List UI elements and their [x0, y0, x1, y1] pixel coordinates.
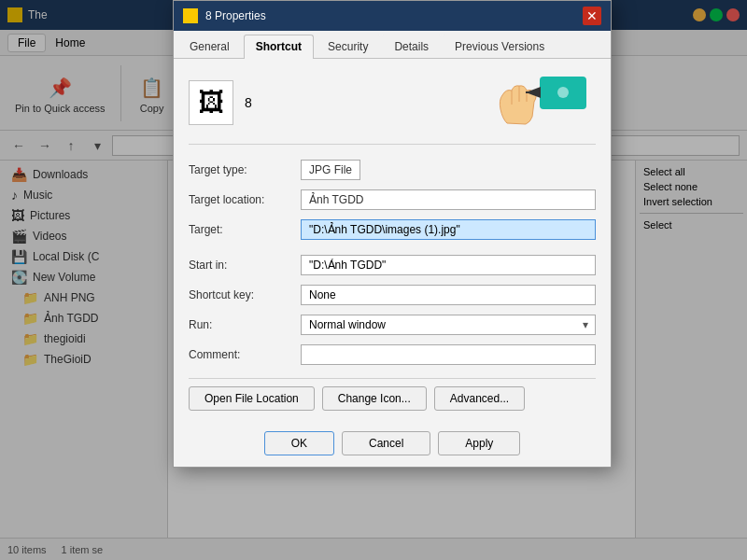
icon-name-row: 🖼 8 — [189, 72, 596, 145]
dialog-title: 8 Properties — [205, 9, 583, 22]
target-location-row: Target location: Ảnh TGDD — [189, 189, 596, 210]
tab-details[interactable]: Details — [382, 35, 441, 58]
hand-pointer-graphic — [493, 72, 596, 133]
tab-shortcut[interactable]: Shortcut — [244, 35, 314, 59]
target-location-value: Ảnh TGDD — [301, 189, 596, 210]
properties-dialog: 8 Properties ✕ General Shortcut Security… — [173, 0, 612, 468]
comment-row: Comment: — [189, 344, 596, 365]
dialog-action-buttons: Open File Location Change Icon... Advanc… — [189, 378, 596, 411]
apply-button[interactable]: Apply — [438, 431, 520, 455]
svg-rect-0 — [540, 77, 586, 109]
advanced-button[interactable]: Advanced... — [434, 386, 525, 411]
run-row: Run: Normal window Minimized Maximized — [189, 315, 596, 335]
run-select-wrapper: Normal window Minimized Maximized — [301, 315, 596, 335]
tab-general[interactable]: General — [177, 35, 242, 58]
ok-button[interactable]: OK — [264, 431, 334, 455]
target-label: Target: — [189, 223, 301, 236]
cancel-button[interactable]: Cancel — [342, 431, 430, 455]
target-row: Target: "D:\Ảnh TGDD\images (1).jpg" — [189, 219, 596, 240]
target-type-row: Target type: JPG File — [189, 160, 596, 180]
shortcut-key-row: Shortcut key: — [189, 285, 596, 305]
start-in-label: Start in: — [189, 259, 301, 272]
dialog-close-button[interactable]: ✕ — [583, 7, 601, 25]
dialog-content: 🖼 8 — [174, 59, 611, 424]
comment-label: Comment: — [189, 348, 301, 361]
change-icon-button[interactable]: Change Icon... — [322, 386, 427, 411]
file-name: 8 — [245, 95, 252, 110]
target-type-value: JPG File — [301, 160, 360, 180]
modal-overlay: 8 Properties ✕ General Shortcut Security… — [0, 0, 747, 560]
tab-security[interactable]: Security — [316, 35, 380, 58]
file-icon: 🖼 — [198, 87, 224, 118]
open-file-location-button[interactable]: Open File Location — [189, 386, 315, 411]
comment-input[interactable] — [301, 344, 596, 365]
target-type-label: Target type: — [189, 163, 301, 176]
target-location-label: Target location: — [189, 193, 301, 206]
dialog-tabs: General Shortcut Security Details Previo… — [174, 31, 611, 59]
start-in-input[interactable] — [301, 255, 596, 275]
svg-point-1 — [557, 87, 569, 98]
start-in-row: Start in: — [189, 255, 596, 275]
shortcut-key-input[interactable] — [301, 285, 596, 305]
run-label: Run: — [189, 318, 301, 331]
target-value[interactable]: "D:\Ảnh TGDD\images (1).jpg" — [301, 219, 596, 240]
shortcut-key-label: Shortcut key: — [189, 288, 301, 301]
hand-svg — [493, 72, 596, 133]
file-icon-box: 🖼 — [189, 80, 233, 125]
dialog-icon — [183, 8, 198, 23]
run-select[interactable]: Normal window Minimized Maximized — [301, 315, 596, 335]
dialog-titlebar: 8 Properties ✕ — [174, 1, 611, 31]
tab-previous-versions[interactable]: Previous Versions — [443, 35, 557, 58]
dialog-footer: OK Cancel Apply — [174, 424, 611, 467]
